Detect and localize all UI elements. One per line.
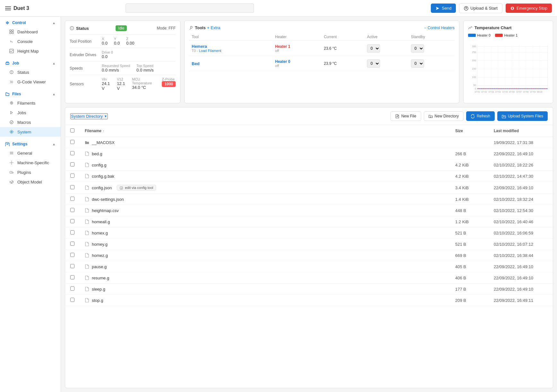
sidebar-item-dashboard[interactable]: Dashboard [0,27,61,37]
legend-heater0: Heater 0 [468,33,491,37]
upload-icon [502,114,506,118]
filename[interactable]: config.json [92,185,112,190]
sidebar-section-header-job[interactable]: Job ▲ [0,58,61,67]
filename[interactable]: __MACOSX [92,140,115,145]
sidebar-section-files: Files ▲ Filaments Jobs Macros [0,88,61,138]
search-bar[interactable] [126,4,254,13]
row-checkbox[interactable] [70,298,74,302]
row-checkbox[interactable] [70,174,74,178]
filename[interactable]: pause.g [92,264,107,269]
tool-name[interactable]: Hemera [192,44,270,49]
dashboard-label: Dashboard [17,30,38,34]
filename-cell: bed.g [80,148,450,159]
status-grid: Tool Position X 0.0 Y 0.0 Z [70,34,176,93]
row-checkbox[interactable] [70,208,74,212]
sidebar-item-jobs[interactable]: Jobs [0,108,61,117]
folder-icon [85,140,89,145]
new-file-button[interactable]: New File [390,111,421,121]
edit-badge[interactable]: edit via config tool [117,185,156,191]
sidebar-item-status[interactable]: Status [0,67,61,77]
row-checkbox[interactable] [70,162,74,166]
refresh-button[interactable]: Refresh [466,111,495,121]
file-row-13: sleep.g 177 B 22/09/2022, 16:49:10 [65,284,553,295]
modified-cell: 02/10/2022, 12:54:30 [489,205,553,216]
plugins-label: Plugins [17,170,31,175]
file-icon [85,151,89,156]
load-filament-link[interactable]: Load Filament [199,49,222,53]
y-col: Y 0.0 [114,37,120,46]
sidebar-section-header-control[interactable]: Control ▲ [0,18,61,27]
emergency-stop-button[interactable]: Emergency Stop [506,4,552,13]
filename[interactable]: heightmap.csv [92,208,119,213]
sidebar-item-filaments[interactable]: Filaments [0,98,61,108]
search-input[interactable] [126,4,254,13]
sidebar-item-general[interactable]: General [0,148,61,158]
row-checkbox[interactable] [70,264,74,268]
standby-select[interactable]: 0 [411,59,424,68]
filename[interactable]: resume.g [92,276,109,280]
sidebar-section-header-settings[interactable]: Settings ▲ [0,139,61,148]
filename[interactable]: config.g.bak [92,174,114,179]
top-speed-value: 0.0 mm/s [136,68,153,72]
control-heaters-btn[interactable]: − Control Heaters [424,26,455,30]
svg-text:07:53: 07:53 [489,91,494,93]
row-checkbox[interactable] [70,253,74,257]
filename[interactable]: homey.g [92,242,108,247]
row-checkbox[interactable] [70,275,74,279]
standby-cell[interactable]: 0 [408,41,455,56]
active-select[interactable]: 0 [367,59,380,68]
sidebar-item-gcode-viewer[interactable]: 3D G-Code Viewer [0,77,61,87]
sidebar-item-object-model[interactable]: Object Model [0,177,61,187]
sidebar-item-height-map[interactable]: Height Map [0,46,61,56]
sidebar-item-plugins[interactable]: Plugins [0,167,61,177]
status-panel: i Status Idle Mode: FFF Tool Position X … [65,21,180,103]
standby-cell[interactable]: 0 [408,56,455,71]
svg-rect-6 [12,30,13,31]
tools-extra[interactable]: + Extra [207,25,221,30]
row-checkbox[interactable] [70,286,74,291]
filename[interactable]: config.g [92,163,107,167]
row-checkbox-cell [65,216,80,227]
tool-name[interactable]: Bed [192,61,270,66]
filename[interactable]: homez.g [92,253,108,258]
row-checkbox[interactable] [70,242,74,246]
row-checkbox-cell [65,148,80,159]
size-cell: 4.2 KiB [450,171,489,182]
filename[interactable]: homex.g [92,231,108,235]
sidebar-item-machine-specific[interactable]: Machine-Specific [0,158,61,167]
chart-svg: 280 250 200 150 100 50 0 [468,40,548,98]
file-name-container: pause.g [85,264,445,269]
sidebar-item-system[interactable]: System [0,127,61,137]
sidebar-item-console[interactable]: Console [0,37,61,46]
row-checkbox[interactable] [70,151,74,155]
v12-label: V12 [117,77,127,81]
upload-start-button[interactable]: Upload & Start [459,3,502,13]
active-select[interactable]: 0 [367,44,380,53]
file-name-container: sleep.g [85,287,445,292]
sidebar-item-macros[interactable]: Macros [0,117,61,127]
row-checkbox[interactable] [70,185,74,189]
sidebar-section-header-files[interactable]: Files ▲ [0,89,61,98]
send-button[interactable]: Send [431,4,456,13]
filename[interactable]: dwc-settings.json [92,197,124,202]
z-label: Z [126,37,134,41]
row-checkbox[interactable] [70,230,74,234]
filename[interactable]: homeall.g [92,219,110,224]
standby-select[interactable]: 0 [411,44,424,53]
filename[interactable]: sleep.g [92,287,105,292]
filename[interactable]: stop.g [92,298,103,303]
upload-system-files-button[interactable]: Upload System Files [497,111,548,121]
general-label: General [17,151,32,156]
active-cell[interactable]: 0 [364,41,408,56]
file-row-5: dwc-settings.json 1.4 KiB 02/10/2022, 18… [65,194,553,205]
row-checkbox[interactable] [70,197,74,201]
active-cell[interactable]: 0 [364,56,408,71]
select-all-checkbox[interactable] [70,128,74,132]
hamburger-menu[interactable] [5,6,11,10]
new-directory-button[interactable]: New Directory [424,111,464,121]
filename[interactable]: bed.g [92,151,102,156]
svg-point-14 [11,73,12,73]
row-checkbox[interactable] [70,219,74,223]
system-directory-btn[interactable]: System Directory ▼ [70,113,108,119]
row-checkbox[interactable] [70,140,74,144]
